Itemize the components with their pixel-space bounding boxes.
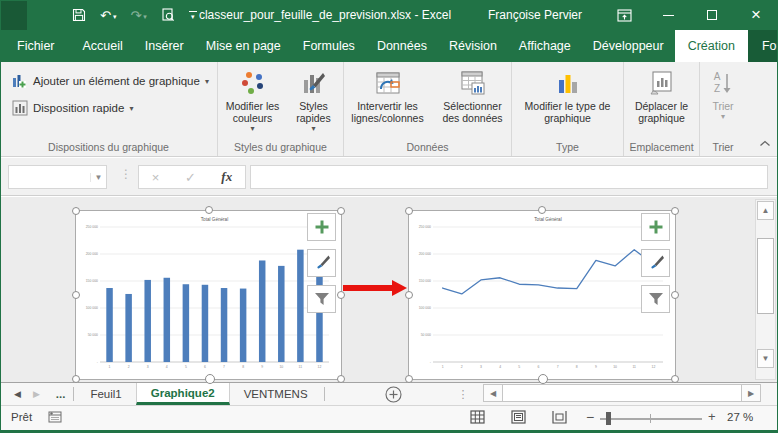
rotate-handle[interactable]: [538, 206, 546, 214]
quick-layout-button[interactable]: Disposition rapide ▾: [8, 97, 217, 119]
sort-button[interactable]: AZ Trier ▾: [701, 66, 745, 121]
resize-handle[interactable]: [671, 207, 679, 215]
chart-filters-button[interactable]: [307, 285, 336, 313]
scroll-down-button[interactable]: ▼: [757, 349, 774, 368]
tab-mise-en-page[interactable]: Mise en page: [195, 30, 292, 62]
formula-bar-splitter[interactable]: ⋮: [120, 167, 132, 181]
svg-text:250 000: 250 000: [419, 225, 431, 229]
group-label: Styles du graphique: [218, 141, 343, 153]
cancel-entry-icon[interactable]: ×: [152, 170, 160, 185]
tab-developpeur[interactable]: Développeur: [582, 30, 675, 62]
tab-affichage[interactable]: Affichage: [508, 30, 582, 62]
redo-icon: ↷: [130, 9, 141, 22]
resize-handle[interactable]: [405, 375, 413, 383]
sheet-tab-ventmens[interactable]: VENTMENS: [230, 383, 322, 405]
save-button[interactable]: [72, 8, 86, 22]
svg-text:150 000: 150 000: [86, 279, 98, 283]
page-break-view-button[interactable]: [552, 410, 567, 426]
tab-donnees[interactable]: Données: [366, 30, 438, 62]
zoom-in-button[interactable]: +: [708, 409, 716, 424]
page-layout-view-button[interactable]: [511, 410, 526, 426]
tab-revision[interactable]: Révision: [438, 30, 508, 62]
move-chart-button[interactable]: Déplacer le graphique: [626, 66, 698, 124]
chart-styles-button[interactable]: [641, 249, 670, 277]
scroll-left-button[interactable]: ◀: [484, 385, 502, 401]
sheet-tab-feuil1[interactable]: Feuil1: [76, 383, 135, 405]
account-name[interactable]: Françoise Pervier: [470, 0, 600, 30]
group-label: Dispositions du graphique: [0, 141, 217, 153]
close-button[interactable]: ×: [734, 0, 778, 30]
scroll-up-button[interactable]: ▲: [757, 201, 774, 220]
tab-format[interactable]: Format: [748, 30, 778, 62]
confirm-entry-icon[interactable]: ✓: [185, 170, 196, 185]
tab-accueil[interactable]: Accueil: [72, 30, 134, 62]
print-preview-button[interactable]: [161, 8, 175, 22]
resize-handle[interactable]: [72, 207, 80, 215]
zoom-out-button[interactable]: −: [586, 409, 594, 425]
minimize-button[interactable]: [646, 0, 690, 30]
macro-record-button[interactable]: [48, 411, 62, 425]
resize-handle[interactable]: [671, 375, 679, 383]
normal-view-button[interactable]: [470, 410, 485, 426]
formula-input[interactable]: [250, 165, 768, 189]
formula-bar: ▼ ⋮ × ✓ fx: [0, 158, 778, 196]
quick-styles-button[interactable]: Styles rapides ▾: [288, 66, 340, 133]
scrollbar-thumb[interactable]: [502, 385, 742, 401]
vertical-scrollbar[interactable]: ▲ ▼: [755, 199, 776, 380]
resize-handle[interactable]: [337, 375, 345, 383]
change-chart-type-icon: [555, 70, 581, 96]
resize-handle[interactable]: [72, 291, 80, 299]
chart-elements-button[interactable]: [641, 213, 670, 241]
resize-handle[interactable]: [205, 374, 215, 384]
window-title: classeur_pour_feuille_de_prevision.xlsx …: [180, 0, 470, 30]
arrow-head: [392, 280, 407, 296]
tab-fichier[interactable]: Fichier: [0, 30, 72, 62]
add-chart-element-label: Ajouter un élément de graphique: [33, 75, 200, 87]
new-sheet-button[interactable]: [375, 383, 412, 405]
undo-button[interactable]: ↶▾: [100, 9, 116, 22]
scroll-right-button[interactable]: ▶: [742, 385, 760, 401]
ribbon-display-options-button[interactable]: [602, 0, 646, 30]
normal-view-icon: [470, 410, 485, 424]
chart-styles-button[interactable]: [307, 249, 336, 277]
resize-handle[interactable]: [671, 291, 679, 299]
tab-creation[interactable]: Création: [675, 30, 748, 62]
chart-filters-button[interactable]: [641, 285, 670, 313]
resize-handle[interactable]: [538, 374, 548, 384]
insert-function-button[interactable]: fx: [221, 169, 232, 185]
prev-sheet-button[interactable]: ◀: [14, 389, 21, 399]
zoom-level[interactable]: 27 %: [727, 411, 753, 423]
collapse-ribbon-button[interactable]: [759, 133, 771, 151]
add-chart-element-button[interactable]: Ajouter un élément de graphique ▾: [8, 70, 217, 92]
sheet-overflow-indicator[interactable]: ...: [50, 383, 72, 405]
change-chart-type-button[interactable]: Modifier le type de graphique: [518, 66, 618, 124]
tab-formules[interactable]: Formules: [292, 30, 366, 62]
next-sheet-button[interactable]: ▶: [33, 389, 40, 399]
resize-handle[interactable]: [337, 207, 345, 215]
tab-scrollbar-splitter[interactable]: ⋮: [458, 383, 469, 405]
zoom-slider-thumb[interactable]: [606, 412, 611, 425]
scrollbar-thumb[interactable]: [757, 238, 774, 314]
chevron-down-icon[interactable]: ▼: [90, 173, 106, 182]
excel-app-icon[interactable]: [0, 0, 27, 30]
redo-button[interactable]: ↷▾: [130, 9, 146, 22]
chart-elements-button[interactable]: [307, 213, 336, 241]
zoom-slider-track[interactable]: [600, 418, 702, 420]
sort-label: Trier: [712, 100, 733, 112]
change-chart-type-label: Modifier le type de graphique: [518, 100, 618, 124]
rotate-handle[interactable]: [205, 206, 213, 214]
resize-handle[interactable]: [72, 375, 80, 383]
svg-text:11: 11: [632, 365, 636, 369]
change-colors-button[interactable]: Modifier les couleurs ▾: [222, 66, 284, 133]
maximize-button[interactable]: [690, 0, 734, 30]
name-box[interactable]: ▼: [8, 165, 107, 189]
chevron-down-icon: ▾: [250, 124, 254, 133]
bar-chart-object[interactable]: Total Général250 000200 000150 000100 00…: [75, 210, 342, 380]
horizontal-scrollbar[interactable]: ◀ ▶: [483, 384, 761, 402]
resize-handle[interactable]: [405, 207, 413, 215]
select-data-button[interactable]: Sélectionner des données: [435, 66, 511, 124]
tab-inserer[interactable]: Insérer: [134, 30, 195, 62]
sheet-tab-graphique2[interactable]: Graphique2: [136, 383, 230, 405]
switch-row-column-button[interactable]: Intervertir les lignes/colonnes: [345, 66, 431, 124]
line-chart-object[interactable]: Total Général250 000200 000150 000100 00…: [408, 210, 676, 380]
